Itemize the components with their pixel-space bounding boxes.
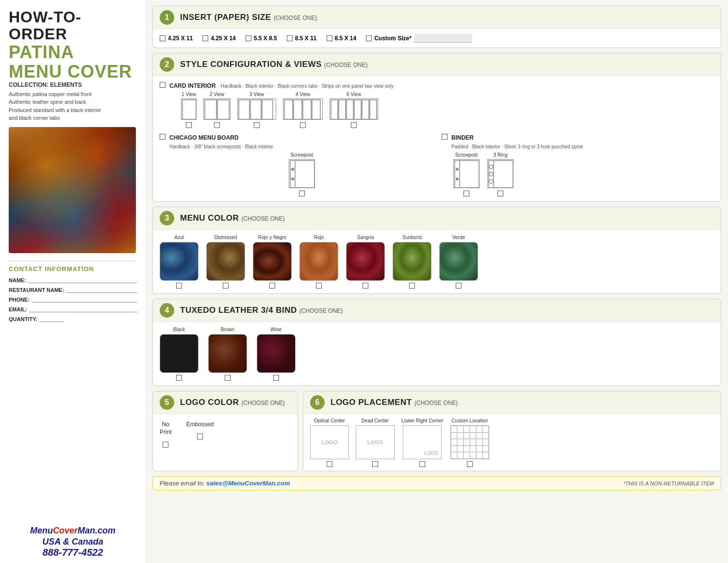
size-checkbox-custom[interactable]: [366, 35, 372, 41]
size-option-85x14[interactable]: 8.5 X 14: [327, 35, 357, 42]
leather-brown-checkbox[interactable]: [225, 375, 231, 381]
size-option-425x14[interactable]: 4.25 X 14: [202, 35, 235, 42]
color-sunburst: Sunburst: [393, 235, 431, 289]
view-3-checkbox[interactable]: [254, 122, 260, 128]
logo-no-print-checkbox[interactable]: [163, 442, 168, 448]
size-checkbox-425x11[interactable]: [160, 35, 165, 41]
color-azul-checkbox[interactable]: [176, 283, 182, 289]
section-3-body: Azul Distressed Rojo y Negro: [153, 230, 721, 293]
footer: Please email to: sales@MenuCoverMan.com …: [152, 476, 721, 490]
collection-desc: Authentic patina copper metal frontAuthe…: [9, 90, 137, 122]
placement-optical-checkbox[interactable]: [327, 461, 332, 467]
custom-size-input[interactable]: [414, 34, 472, 43]
phone-input-line[interactable]: [32, 296, 137, 303]
swatch-sunburst[interactable]: [393, 242, 431, 281]
section-4-body: Black Brown Wine: [153, 322, 721, 386]
card-interior-checkbox[interactable]: [160, 82, 165, 88]
chicago-binder-row: CHICAGO MENU BOARD Hardback · 3/8" black…: [160, 133, 714, 196]
name-input-line[interactable]: [28, 276, 137, 283]
restaurant-input-line[interactable]: [66, 286, 137, 293]
placement-custom-grid[interactable]: [450, 425, 489, 459]
title-patina: PATINA: [9, 43, 137, 62]
placement-optical-box[interactable]: LOGO: [310, 425, 349, 459]
placement-dead-checkbox[interactable]: [372, 461, 378, 467]
placement-optical-center: Optical Center LOGO: [310, 418, 349, 467]
binder-checkbox[interactable]: [442, 134, 447, 140]
section-6-header: 6 LOGO PLACEMENT (CHOOSE ONE): [303, 391, 721, 414]
svg-rect-4: [250, 100, 261, 119]
chicago-screwpost-checkbox[interactable]: [299, 191, 305, 196]
size-option-425x11[interactable]: 4.25 X 11: [160, 35, 193, 42]
view-2-checkbox[interactable]: [214, 122, 220, 128]
placement-lower-right-box[interactable]: LOGO: [403, 425, 442, 459]
view-6-checkbox[interactable]: [351, 122, 357, 128]
size-checkbox-55x85[interactable]: [246, 35, 251, 41]
section-5-number: 5: [160, 395, 174, 410]
leather-wine-checkbox[interactable]: [273, 375, 279, 381]
logo-embossed-checkbox[interactable]: [197, 434, 203, 439]
swatch-azul[interactable]: [160, 242, 199, 281]
size-checkbox-85x14[interactable]: [327, 35, 332, 41]
svg-rect-0: [182, 100, 196, 119]
color-azul: Azul: [160, 235, 199, 289]
swatch-verde[interactable]: [439, 242, 478, 281]
card-views-row: 1 View 2 View: [181, 92, 394, 128]
svg-rect-16: [290, 161, 314, 188]
quantity-input-line[interactable]: [39, 315, 64, 322]
section-2-header: 2 STYLE CONFIGURATION & VIEWS (CHOOSE ON…: [153, 53, 721, 76]
swatch-rojo[interactable]: [299, 242, 338, 281]
bottom-row: 5 LOGO COLOR (CHOOSE ONE) NoPrint Emboss…: [152, 391, 721, 471]
color-verde-checkbox[interactable]: [456, 283, 462, 289]
color-sangria-checkbox[interactable]: [363, 283, 368, 289]
email-field: EMAIL:: [9, 306, 137, 312]
color-distressed-checkbox[interactable]: [223, 283, 229, 289]
binder-3ring-view: 3 Ring: [487, 152, 513, 196]
swatch-brown[interactable]: [208, 334, 247, 373]
section-4-number: 4: [160, 303, 174, 318]
name-field: NAME:: [9, 276, 137, 283]
collection-label: COLLECTION: ELEMENTS: [9, 81, 137, 88]
swatch-sangria[interactable]: [346, 242, 385, 281]
placement-custom-checkbox[interactable]: [467, 461, 473, 467]
view-4-checkbox[interactable]: [300, 122, 306, 128]
main-content: 1 INSERT (PAPER) SIZE (CHOOSE ONE) 4.25 …: [146, 0, 728, 563]
logo-embossed: Embossed: [186, 421, 214, 439]
size-option-55x85[interactable]: 5.5 X 8.5: [246, 35, 277, 42]
swatch-rojo-negro[interactable]: [253, 242, 292, 281]
color-sangria: Sangria: [346, 235, 385, 289]
email-input-line[interactable]: [29, 306, 137, 312]
diagram-1view: [181, 98, 197, 120]
size-option-85x11[interactable]: 8.5 X 11: [287, 35, 317, 42]
chicago-diagram: [289, 159, 315, 188]
section-4-title: TUXEDO LEATHER 3/4 BIND (CHOOSE ONE): [180, 306, 343, 315]
size-checkbox-425x14[interactable]: [202, 35, 208, 41]
size-option-custom[interactable]: Custom Size*: [366, 34, 472, 43]
swatch-distressed[interactable]: [206, 242, 245, 281]
view-6: 6 View: [330, 92, 378, 128]
quantity-field: QUANTITY:: [9, 315, 137, 322]
color-rojo-checkbox[interactable]: [316, 283, 322, 289]
binder-screwpost-checkbox[interactable]: [463, 191, 469, 196]
color-distressed: Distressed: [206, 235, 245, 289]
placement-dead-box[interactable]: LOGO: [356, 425, 395, 459]
swatch-wine[interactable]: [257, 334, 296, 373]
size-checkbox-85x11[interactable]: [287, 35, 293, 41]
section-3-header: 3 MENU COLOR (CHOOSE ONE): [153, 207, 721, 230]
color-sunburst-checkbox[interactable]: [409, 283, 415, 289]
leather-black-checkbox[interactable]: [176, 375, 182, 381]
view-3: 3 View: [237, 92, 276, 128]
svg-point-23: [456, 177, 459, 180]
section-1-number: 1: [160, 10, 174, 25]
leather-black: Black: [160, 327, 199, 381]
chicago-checkbox[interactable]: [160, 134, 165, 140]
binder-3ring-checkbox[interactable]: [497, 191, 503, 196]
svg-rect-1: [205, 100, 216, 119]
contact-title: CONTACT INFORMATION: [9, 265, 137, 273]
placement-lower-right-checkbox[interactable]: [419, 461, 425, 467]
swatch-black[interactable]: [160, 334, 199, 373]
diagram-3view: [237, 98, 276, 120]
color-rojo-negro-checkbox[interactable]: [269, 283, 275, 289]
leather-brown: Brown: [208, 327, 247, 381]
placement-custom: Custom Location: [450, 418, 489, 467]
view-1-checkbox[interactable]: [186, 122, 192, 128]
